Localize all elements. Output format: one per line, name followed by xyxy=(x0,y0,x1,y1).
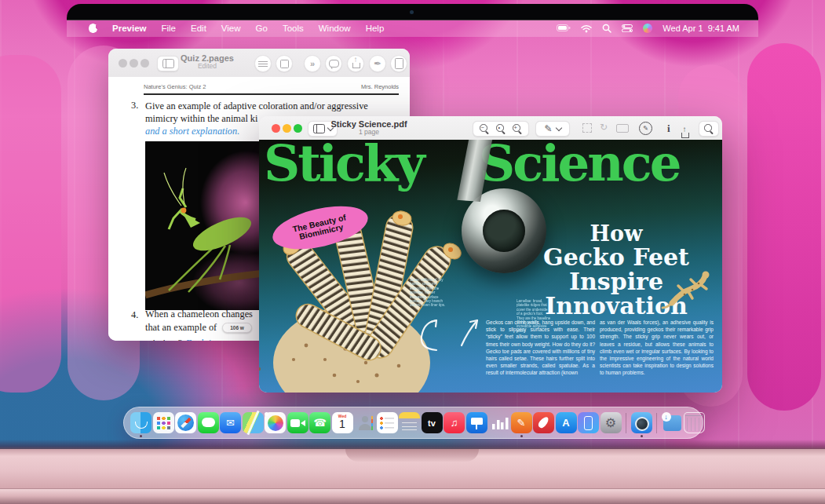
apple-menu-icon[interactable] xyxy=(89,24,97,33)
mantis-photo[interactable] xyxy=(145,141,265,310)
gecko-illustration xyxy=(661,268,713,312)
sticky-close-button[interactable] xyxy=(272,124,280,133)
chevron-down-icon xyxy=(555,125,561,131)
dock-item-preview[interactable] xyxy=(631,412,652,433)
quiz-minimize-button[interactable] xyxy=(130,59,138,68)
dock-item-games[interactable] xyxy=(533,412,554,433)
q3-line1: Give an example of adaptive coloration a… xyxy=(145,100,404,112)
preview-sticky-window: Sticky Science.pdf 1 page − • + ✎ ↻ ✎ i xyxy=(259,116,722,393)
dock-item-music[interactable] xyxy=(444,412,465,433)
zoom-in-icon[interactable]: + xyxy=(512,123,523,134)
dock-item-iphone-mirroring[interactable] xyxy=(578,412,599,433)
annotation-arrows xyxy=(413,297,491,356)
quiz-share-button[interactable] xyxy=(347,55,364,72)
markup-button[interactable]: ✎ xyxy=(535,121,570,137)
insert-object-icon xyxy=(280,60,289,68)
dock-item-facetime[interactable] xyxy=(287,412,308,433)
app-store-label: A xyxy=(556,412,577,433)
control-center-icon[interactable] xyxy=(622,24,633,32)
dock-item-photos[interactable] xyxy=(265,412,286,433)
quiz-document-button[interactable] xyxy=(390,55,407,72)
search-icon xyxy=(703,123,714,134)
quiz-titlebar[interactable]: Quiz 2.pages Edited » ✒ xyxy=(108,49,410,78)
info-icon[interactable]: i xyxy=(667,122,670,135)
q4-line2: that an example of xyxy=(145,322,217,334)
q4-line3: mimicry? xyxy=(145,338,182,341)
dock-item-maps[interactable] xyxy=(243,412,264,433)
menu-go[interactable]: Go xyxy=(256,24,268,33)
quiz-zoom-button[interactable] xyxy=(141,59,149,68)
dock-item-system-settings[interactable] xyxy=(600,412,622,433)
dock-item-app-store[interactable]: A xyxy=(556,412,577,433)
dock: Wed 1 tv A xyxy=(123,407,703,439)
zoom-actual-size-icon[interactable]: • xyxy=(495,123,506,134)
rotate-icon[interactable]: ↻ xyxy=(600,122,608,132)
q4-link[interactable]: Explain your answ xyxy=(186,338,258,341)
quiz-window-status: Edited xyxy=(176,63,239,70)
menu-file[interactable]: File xyxy=(161,24,176,33)
wifi-icon[interactable] xyxy=(581,24,592,33)
more-chevrons-icon: » xyxy=(310,60,315,68)
search-icon[interactable] xyxy=(602,24,611,33)
sidebar-icon xyxy=(313,124,325,133)
text-annotation-icon[interactable] xyxy=(616,124,629,133)
dock-item-trash[interactable] xyxy=(684,412,705,433)
quiz-more-toolbar-button[interactable]: » xyxy=(304,55,321,72)
menu-edit[interactable]: Edit xyxy=(191,24,206,33)
dock-item-notes[interactable] xyxy=(399,412,420,433)
laptop-front-edge xyxy=(0,488,825,504)
battery-icon[interactable] xyxy=(557,24,571,32)
macbook-screen: Preview File Edit View Go Tools Window H… xyxy=(0,0,825,504)
dock-item-numbers[interactable] xyxy=(488,412,509,433)
sidebar-icon xyxy=(162,59,174,68)
dock-separator xyxy=(626,413,626,433)
menu-app-name[interactable]: Preview xyxy=(112,24,146,33)
quiz-doc-header-right: Mrs. Reynolds xyxy=(361,83,399,90)
dock-item-reminders[interactable] xyxy=(377,412,398,433)
dock-item-phone[interactable] xyxy=(309,412,330,433)
share-icon xyxy=(351,58,360,69)
quiz-comment-button[interactable] xyxy=(325,55,342,72)
crop-icon[interactable] xyxy=(582,123,592,133)
dock-item-finder[interactable] xyxy=(130,412,151,433)
dock-item-contacts[interactable] xyxy=(354,412,375,433)
siri-icon[interactable] xyxy=(643,24,652,33)
dock-item-safari[interactable] xyxy=(175,412,196,433)
facetime-camera xyxy=(410,10,414,14)
search-button[interactable] xyxy=(699,121,719,137)
dock-item-calendar[interactable]: Wed 1 xyxy=(332,412,353,433)
signature-icon[interactable]: ✎ xyxy=(639,122,652,135)
pdf-page: Sticky Science xyxy=(259,140,722,393)
dock-item-tv[interactable]: tv xyxy=(422,412,443,433)
menu-help[interactable]: Help xyxy=(366,24,385,33)
share-icon[interactable] xyxy=(680,128,689,139)
sticky-zoom-button[interactable] xyxy=(294,124,302,133)
wallpaper-pill-left xyxy=(0,55,61,393)
calendar-day: 1 xyxy=(332,418,353,430)
dock-item-launchpad[interactable] xyxy=(153,412,174,433)
quiz-insert-button[interactable] xyxy=(276,55,293,72)
dock-item-mail[interactable] xyxy=(220,412,241,433)
quiz-close-button[interactable] xyxy=(119,59,127,68)
menu-bar: Preview File Edit View Go Tools Window H… xyxy=(67,20,758,37)
quiz-doc-header-left: Nature's Genius: Quiz 2 xyxy=(144,83,206,90)
menu-window[interactable]: Window xyxy=(319,24,351,33)
menu-view[interactable]: View xyxy=(221,24,241,33)
dock-item-keynote[interactable] xyxy=(466,412,487,433)
word-count-badge[interactable]: 106 w xyxy=(222,323,252,333)
quiz-view-options-button[interactable] xyxy=(254,55,272,72)
headline-word-2: Science xyxy=(479,140,679,187)
dock-item-pages[interactable] xyxy=(511,412,532,433)
zoom-out-icon[interactable]: − xyxy=(479,123,490,134)
sticky-titlebar[interactable]: Sticky Science.pdf 1 page − • + ✎ ↻ ✎ i xyxy=(259,116,722,141)
sticky-minimize-button[interactable] xyxy=(283,124,291,133)
menu-clock[interactable]: Wed Apr 1 9:41 AM xyxy=(663,24,739,33)
format-brush-icon: ✒ xyxy=(374,59,381,68)
dock-item-messages[interactable] xyxy=(198,412,219,433)
quiz-title-block: Quiz 2.pages Edited xyxy=(176,53,239,70)
quiz-format-button[interactable]: ✒ xyxy=(369,55,386,72)
dock-item-downloads[interactable] xyxy=(662,412,683,433)
menu-tools[interactable]: Tools xyxy=(283,24,304,33)
q4-number: 4. xyxy=(131,309,138,321)
gecko-foot-photo xyxy=(259,181,495,393)
